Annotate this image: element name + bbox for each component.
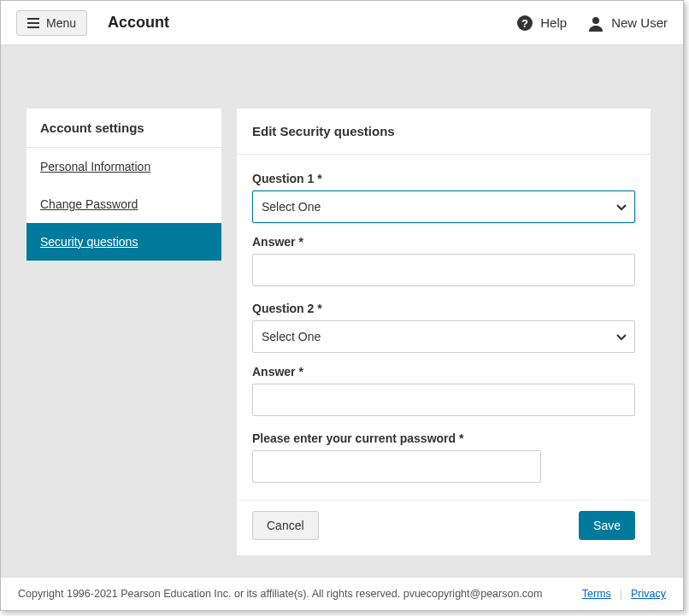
svg-text:?: ? [521,17,528,30]
cancel-button[interactable]: Cancel [252,511,319,540]
menu-button-label: Menu [46,16,76,30]
footer: Copyright 1996-2021 Pearson Education In… [1,577,683,610]
sidebar-item-personal-information[interactable]: Personal Information [26,148,221,185]
hamburger-icon [27,18,39,28]
question-1-label: Question 1 * [252,172,635,185]
sidebar-title: Account settings [26,109,221,148]
user-menu[interactable]: New User [587,15,668,32]
save-button[interactable]: Save [579,511,635,540]
footer-terms-link[interactable]: Terms [582,588,611,600]
help-label: Help [540,15,567,30]
sidebar-item-security-questions[interactable]: Security questions [26,223,221,261]
answer-2-input[interactable] [252,384,635,416]
page-title: Account [108,14,169,32]
question-1-select[interactable]: Select One [252,191,635,223]
footer-privacy-link[interactable]: Privacy [631,588,666,600]
user-icon [587,15,604,32]
sidebar: Account settings Personal Information Ch… [26,109,221,261]
question-2-label: Question 2 * [252,302,635,315]
header: Menu Account ? Help New User [1,1,683,45]
question-2-select[interactable]: Select One [252,320,635,353]
answer-1-input[interactable] [252,254,635,286]
panel-title: Edit Security questions [237,109,651,155]
password-label: Please enter your current password * [252,431,635,445]
help-link[interactable]: ? Help [516,15,567,32]
help-icon: ? [516,15,533,32]
menu-button[interactable]: Menu [16,10,87,36]
svg-point-2 [592,17,599,24]
answer-2-label: Answer * [252,365,635,378]
footer-copyright: Copyright 1996-2021 Pearson Education In… [18,588,582,600]
user-label: New User [611,15,668,30]
sidebar-item-change-password[interactable]: Change Password [26,185,221,223]
form-panel: Edit Security questions Question 1 * Sel… [237,109,651,555]
answer-1-label: Answer * [252,235,635,249]
current-password-input[interactable] [252,450,541,483]
main-content: Account settings Personal Information Ch… [1,45,683,590]
